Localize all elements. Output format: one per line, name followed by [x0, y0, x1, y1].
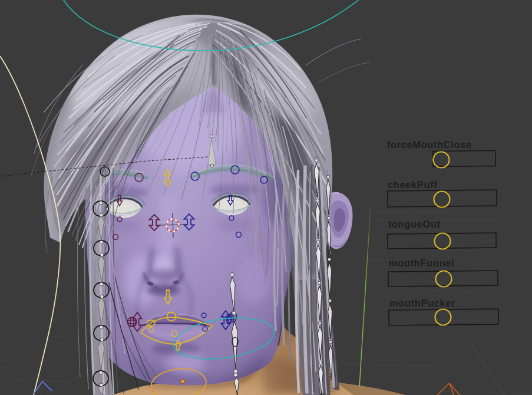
- svg-text:forceMouthClose: forceMouthClose: [387, 139, 472, 150]
- svg-text:tongueOut: tongueOut: [388, 219, 441, 229]
- svg-text:mouthFunnel: mouthFunnel: [389, 258, 454, 268]
- svg-text:cheekPuff: cheekPuff: [388, 179, 437, 190]
- svg-text:mouthPucker: mouthPucker: [389, 298, 455, 308]
